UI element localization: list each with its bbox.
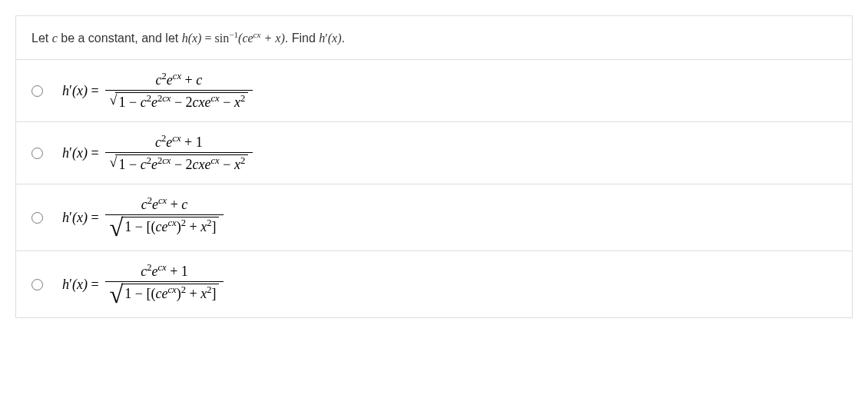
question-text-prefix: Let bbox=[31, 32, 52, 45]
question-prompt: Let c be a constant, and let h(x) = sin−… bbox=[16, 16, 852, 60]
option-row: h′(x) = c2ecx + c √ 1 − [(cecx)2 + x2] bbox=[16, 184, 852, 251]
question-container: Let c be a constant, and let h(x) = sin−… bbox=[15, 15, 853, 318]
option-row: h′(x) = c2ecx + 1 √ 1 − [(cecx)2 + x2] bbox=[16, 251, 852, 317]
radio-cell bbox=[31, 212, 62, 224]
option-row: h′(x) = c2ecx + c √ 1 − c2e2cx − 2cxecx … bbox=[16, 60, 852, 122]
question-text-mid1: be a constant, and let bbox=[58, 32, 182, 45]
constant-var: c bbox=[52, 32, 58, 45]
radio-cell bbox=[31, 148, 62, 159]
radio-cell bbox=[31, 85, 62, 97]
option-formula-2: h′(x) = c2ecx + 1 √ 1 − c2e2cx − 2cxecx … bbox=[62, 131, 253, 174]
option-radio-3[interactable] bbox=[31, 212, 43, 224]
function-definition: h(x) = sin−1(cecx + x) bbox=[182, 32, 285, 45]
options-list: h′(x) = c2ecx + c √ 1 − c2e2cx − 2cxecx … bbox=[16, 60, 852, 317]
option-formula-1: h′(x) = c2ecx + c √ 1 − c2e2cx − 2cxecx … bbox=[62, 69, 253, 112]
find-expression: h′(x) bbox=[319, 32, 341, 45]
option-radio-4[interactable] bbox=[31, 279, 43, 290]
option-radio-2[interactable] bbox=[31, 148, 43, 159]
question-text-suffix: . bbox=[342, 32, 345, 45]
question-text-mid2: . Find bbox=[285, 32, 319, 45]
radio-cell bbox=[31, 279, 62, 290]
option-formula-3: h′(x) = c2ecx + c √ 1 − [(cecx)2 + x2] bbox=[62, 194, 224, 241]
option-row: h′(x) = c2ecx + 1 √ 1 − c2e2cx − 2cxecx … bbox=[16, 122, 852, 184]
option-radio-1[interactable] bbox=[31, 85, 43, 97]
option-formula-4: h′(x) = c2ecx + 1 √ 1 − [(cecx)2 + x2] bbox=[62, 261, 224, 308]
